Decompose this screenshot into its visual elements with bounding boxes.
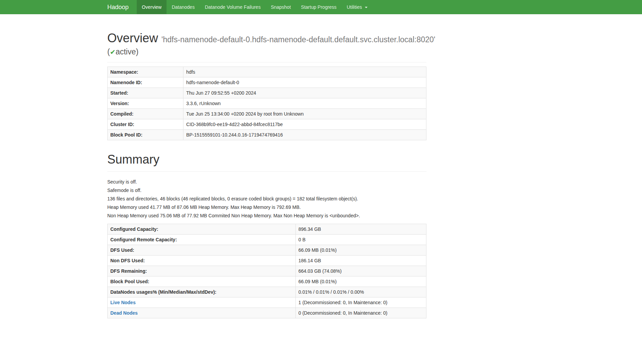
row-label: Block Pool Used: — [108, 276, 296, 287]
summary-line-nonheap: Non Heap Memory used 75.06 MB of 77.92 M… — [107, 212, 426, 219]
row-label: Started: — [108, 88, 183, 98]
table-row: Started: Thu Jun 27 09:52:55 +0200 2024 — [108, 88, 426, 98]
row-label: Version: — [108, 98, 183, 108]
brand-hadoop[interactable]: Hadoop — [107, 0, 137, 14]
row-value: 1 (Decommissioned: 0, In Maintenance: 0) — [295, 297, 426, 308]
nav-snapshot[interactable]: Snapshot — [266, 0, 296, 14]
row-value: 66.09 MB (0.01%) — [295, 276, 426, 287]
caret-down-icon — [365, 7, 368, 8]
row-label: Live Nodes — [108, 297, 296, 308]
table-row: Configured Remote Capacity: 0 B — [108, 234, 426, 245]
navbar-inner: Hadoop Overview Datanodes Datanode Volum… — [107, 0, 446, 14]
row-value: 896.34 GB — [295, 224, 426, 234]
status-active-text: active) — [115, 47, 138, 56]
row-label: Block Pool ID: — [108, 129, 183, 140]
nav-utilities-label: Utilities — [347, 4, 362, 10]
nav-overview[interactable]: Overview — [137, 0, 167, 14]
row-label: Configured Capacity: — [108, 224, 296, 234]
summary-heading: Summary — [107, 152, 426, 167]
namenode-address: 'hdfs-namenode-default-0.hdfs-namenode-d… — [161, 35, 435, 44]
summary-stats-table: Configured Capacity: 896.34 GB Configure… — [107, 224, 426, 318]
nav-utilities-dropdown[interactable]: Utilities — [341, 0, 373, 14]
dead-nodes-link[interactable]: Dead Nodes — [110, 310, 138, 316]
row-value: BP-1515559101-10.244.0.16-1719474769416 — [183, 129, 426, 140]
summary-line-files: 136 files and directories, 46 blocks (46… — [107, 195, 426, 202]
live-nodes-link[interactable]: Live Nodes — [110, 300, 136, 305]
row-label: DFS Used: — [108, 245, 296, 255]
row-label: DFS Remaining: — [108, 266, 296, 276]
page-title-text: Overview — [107, 31, 158, 45]
table-row: DFS Used: 66.09 MB (0.01%) — [108, 245, 426, 255]
nav-datanodes[interactable]: Datanodes — [167, 0, 200, 14]
table-row: Live Nodes 1 (Decommissioned: 0, In Main… — [108, 297, 426, 308]
summary-text-block: Security is off. Safemode is off. 136 fi… — [107, 178, 426, 219]
row-label: Namenode ID: — [108, 77, 183, 88]
row-value: 0 B — [295, 234, 426, 245]
overview-meta-table: Namespace: hdfs Namenode ID: hdfs-nameno… — [107, 67, 426, 140]
table-row: Configured Capacity: 896.34 GB — [108, 224, 426, 234]
row-value: Thu Jun 27 09:52:55 +0200 2024 — [183, 88, 426, 98]
main-content: Overview 'hdfs-namenode-default-0.hdfs-n… — [107, 30, 426, 318]
summary-divider — [107, 171, 426, 172]
row-value: Tue Jun 25 13:34:00 +0200 2024 by root f… — [183, 108, 426, 119]
row-label: Compiled: — [108, 108, 183, 119]
table-row: Non DFS Used: 186.14 GB — [108, 255, 426, 266]
row-label: Namespace: — [108, 67, 183, 77]
table-row: Block Pool Used: 66.09 MB (0.01%) — [108, 276, 426, 287]
row-value: hdfs — [183, 67, 426, 77]
table-row: Version: 3.3.6, rUnknown — [108, 98, 426, 108]
row-value: 66.09 MB (0.01%) — [295, 245, 426, 255]
table-row: Block Pool ID: BP-1515559101-10.244.0.16… — [108, 129, 426, 140]
title-divider — [107, 62, 426, 63]
row-value: 3.3.6, rUnknown — [183, 98, 426, 108]
row-value: 664.03 GB (74.08%) — [295, 266, 426, 276]
row-label: Non DFS Used: — [108, 255, 296, 266]
row-value: hdfs-namenode-default-0 — [183, 77, 426, 88]
table-row: Dead Nodes 0 (Decommissioned: 0, In Main… — [108, 308, 426, 318]
table-row: Compiled: Tue Jun 25 13:34:00 +0200 2024… — [108, 108, 426, 119]
summary-line-security: Security is off. — [107, 178, 426, 185]
row-label: Cluster ID: — [108, 119, 183, 129]
row-label: DataNodes usages% (Min/Median/Max/stdDev… — [108, 287, 296, 297]
table-row: Namespace: hdfs — [108, 67, 426, 77]
summary-line-safemode: Safemode is off. — [107, 187, 426, 194]
namenode-status: (✔active) — [107, 47, 426, 57]
row-value: 0 (Decommissioned: 0, In Maintenance: 0) — [295, 308, 426, 318]
row-label: Configured Remote Capacity: — [108, 234, 296, 245]
nav-startup-progress[interactable]: Startup Progress — [296, 0, 341, 14]
table-row: DFS Remaining: 664.03 GB (74.08%) — [108, 266, 426, 276]
status-open-paren: ( — [107, 47, 110, 56]
summary-line-heap: Heap Memory used 41.77 MB of 87.06 MB He… — [107, 204, 426, 211]
row-value: 0.01% / 0.01% / 0.01% / 0.00% — [295, 287, 426, 297]
table-row: DataNodes usages% (Min/Median/Max/stdDev… — [108, 287, 426, 297]
table-row: Namenode ID: hdfs-namenode-default-0 — [108, 77, 426, 88]
table-row: Cluster ID: CID-368b9fc0-ee19-4d22-abbd-… — [108, 119, 426, 129]
navbar: Hadoop Overview Datanodes Datanode Volum… — [0, 0, 642, 14]
row-value: 186.14 GB — [295, 255, 426, 266]
row-label: Dead Nodes — [108, 308, 296, 318]
nav-datanode-volume-failures[interactable]: Datanode Volume Failures — [200, 0, 266, 14]
page-title: Overview 'hdfs-namenode-default-0.hdfs-n… — [107, 30, 426, 57]
row-value: CID-368b9fc0-ee19-4d22-abbd-84fcec8117be — [183, 119, 426, 129]
check-icon: ✔ — [110, 48, 116, 56]
